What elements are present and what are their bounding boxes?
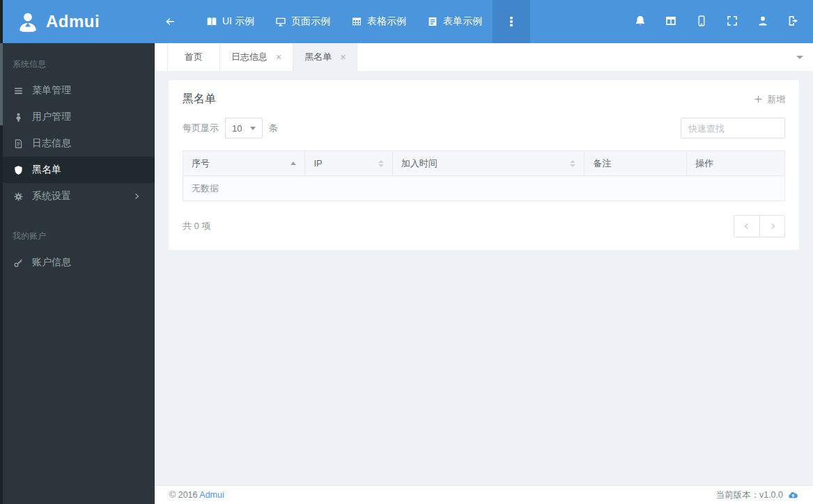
page-title: 黑名单 [183,92,216,107]
form-list-icon [427,16,438,27]
column-header-actions: 操作 [687,151,785,176]
nav-more-button[interactable] [493,0,530,43]
sidebar-item-blacklist[interactable]: 黑名单 [0,157,155,183]
notifications-button[interactable] [625,0,656,43]
bell-icon [634,15,646,29]
layout-columns-icon [665,15,677,29]
add-button[interactable]: 新增 [754,93,785,106]
monitor-icon [275,16,286,27]
sidebar: 系统信息 菜单管理 用户管理 日志信息 黑名单 [0,43,155,504]
version-text: 当前版本：v1.0.0 [715,489,783,501]
sidebar-item-label: 账户信息 [32,256,71,269]
prev-page-button[interactable] [734,215,759,237]
sidebar-item-system-settings[interactable]: 系统设置 [0,183,155,210]
column-header-remark[interactable]: 备注 [584,151,687,176]
tab-log-info[interactable]: 日志信息 × [220,43,293,71]
user-icon [757,15,769,29]
tab-bar: 首页 日志信息 × 黑名单 × [155,43,813,71]
sidebar-section-label: 系统信息 [0,46,155,77]
close-icon[interactable]: × [276,52,281,62]
version-info: 当前版本：v1.0.0 [715,489,798,501]
column-header-join-time[interactable]: 加入时间 [392,151,584,176]
content-area: 黑名单 新增 每页显示 10 条 [155,71,813,485]
nav-item-label: 表单示例 [443,15,482,28]
add-button-label: 新增 [767,93,785,106]
brand-footer-link[interactable]: Admui [199,490,224,500]
table-row-empty: 无数据 [183,176,785,201]
tab-label: 日志信息 [231,51,268,63]
page-size-prefix: 每页显示 [183,122,219,134]
layout-button[interactable] [656,0,686,43]
page-size-suffix: 条 [269,122,278,134]
chevron-right-icon [768,222,777,230]
tab-label: 黑名单 [304,51,332,63]
header-right-icons [625,0,813,43]
page-size-control: 每页显示 10 条 [183,118,278,139]
sidebar-item-label: 用户管理 [32,111,71,123]
pagination [734,215,785,237]
nav-item-label: 表格示例 [367,15,406,28]
sort-icon [570,160,575,167]
admui-person-logo-icon [17,10,39,33]
brand-logo[interactable]: Admui [0,0,155,43]
tab-home[interactable]: 首页 [167,43,220,71]
left-scrollbar-thumb[interactable] [0,43,3,125]
nav-item-table-demo[interactable]: 表格示例 [341,0,417,43]
sort-icon [378,160,384,167]
header-spacer [530,0,625,43]
sidebar-item-label: 黑名单 [32,164,61,176]
sidebar-collapse-button[interactable] [155,0,190,43]
plus-icon [754,95,763,104]
tab-blacklist[interactable]: 黑名单 × [293,43,357,71]
cloud-upload-icon[interactable] [788,490,798,501]
close-icon[interactable]: × [340,52,346,62]
sort-asc-icon [291,162,296,165]
sidebar-item-user-management[interactable]: 用户管理 [0,104,155,130]
nav-item-label: 页面示例 [291,15,330,28]
logout-button[interactable] [778,0,809,43]
person-icon [13,112,24,123]
sidebar-item-log-info[interactable]: 日志信息 [0,130,155,157]
search-input[interactable] [681,118,785,139]
nav-item-form-demo[interactable]: 表单示例 [417,0,493,43]
book-icon [206,16,217,27]
empty-text: 无数据 [183,176,785,201]
blacklist-table: 序号 IP [183,150,785,201]
column-header-seq[interactable]: 序号 [183,151,305,176]
copyright-text: © 2016 [169,490,198,500]
column-header-ip[interactable]: IP [305,151,392,176]
tab-list-dropdown-caret-icon[interactable] [796,56,803,59]
file-text-icon [13,139,24,149]
page-footer: © 2016 Admui 当前版本：v1.0.0 [155,485,813,504]
top-nav: UI 示例 页面示例 表格示例 表单示例 [155,0,813,43]
top-header: Admui UI 示例 页面示例 表格示例 [0,0,813,43]
fullscreen-button[interactable] [717,0,748,43]
nav-item-label: UI 示例 [222,15,254,28]
sidebar-section-label: 我的账户 [0,210,155,249]
sidebar-item-menu-management[interactable]: 菜单管理 [0,77,155,104]
page-size-select[interactable]: 10 [225,118,263,139]
arrow-left-icon [164,16,176,27]
sign-out-icon [787,15,800,29]
sidebar-item-label: 菜单管理 [32,84,71,97]
bars-icon [13,86,24,96]
user-button[interactable] [748,0,778,43]
tablet-icon [695,15,708,29]
sidebar-item-account-info[interactable]: 账户信息 [0,249,155,276]
copyright: © 2016 Admui [169,490,224,500]
key-icon [13,258,24,268]
left-scrollbar-track[interactable] [0,0,3,504]
nav-item-ui-demo[interactable]: UI 示例 [196,0,265,43]
blacklist-card: 黑名单 新增 每页显示 10 条 [169,80,799,250]
gear-icon [13,191,24,202]
total-count: 共 0 项 [183,220,210,233]
nav-item-page-demo[interactable]: 页面示例 [265,0,341,43]
next-page-button[interactable] [759,215,785,237]
chevron-right-icon [130,192,142,200]
brand-name: Admui [46,12,100,31]
shield-icon [13,165,24,175]
mobile-button[interactable] [686,0,717,43]
caret-down-icon [250,127,256,130]
table-grid-icon [351,16,362,27]
sidebar-item-label: 系统设置 [32,190,130,203]
